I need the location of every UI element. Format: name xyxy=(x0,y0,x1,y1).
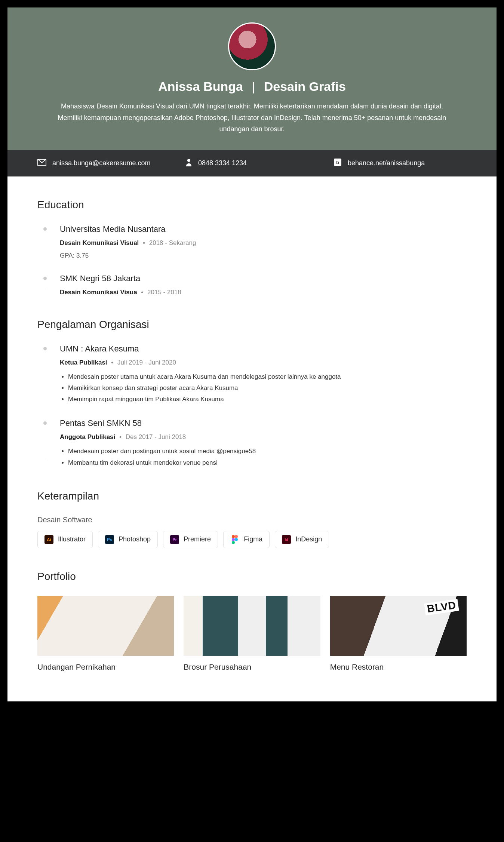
skill-chip: PrPremiere xyxy=(163,531,218,548)
program-line: Desain Komunikasi Visual • 2018 - Sekara… xyxy=(60,239,467,247)
skill-icon: Pr xyxy=(170,535,179,544)
resume-page: Anissa Bunga | Desain Grafis Mahasiswa D… xyxy=(7,7,497,701)
portfolio-caption: Undangan Pernikahan xyxy=(37,663,174,672)
school-name: SMK Negri 58 Jakarta xyxy=(60,274,467,283)
bullet: Mendesain poster dan postingan untuk sos… xyxy=(68,446,467,456)
bullet: Mendesain poster utama untuk acara Akara… xyxy=(68,372,467,382)
portfolio-caption: Brosur Perusahaan xyxy=(184,663,320,672)
experience-bullets: Mendesain poster utama untuk acara Akara… xyxy=(60,372,467,405)
portfolio-item: Brosur Perusahaan xyxy=(184,596,320,672)
person-role: Desain Grafis xyxy=(264,79,346,93)
svg-point-7 xyxy=(235,538,238,541)
education-title: Education xyxy=(37,199,467,211)
education-item: SMK Negri 58 JakartaDesain Komunikasi Vi… xyxy=(60,274,467,296)
portfolio-grid: Undangan PernikahanBrosur PerusahaanMenu… xyxy=(37,596,467,672)
person-name: Anissa Bunga xyxy=(158,79,243,93)
portfolio-image xyxy=(184,596,320,656)
education-section: Education Universitas Media NusantaraDes… xyxy=(37,199,467,296)
skill-chip: PsPhotoshop xyxy=(98,531,158,548)
skills-title: Keterampilan xyxy=(37,490,467,502)
behance-icon: b xyxy=(334,158,342,168)
experience-item: UMN : Akara KesumaKetua Publikasi • Juli… xyxy=(60,344,467,405)
skill-chip: IdInDesign xyxy=(275,531,329,548)
school-name: Universitas Media Nusantara xyxy=(60,224,467,234)
education-timeline: Universitas Media NusantaraDesain Komuni… xyxy=(37,224,467,296)
education-extra: GPA: 3.75 xyxy=(60,252,467,259)
program-line: Desain Komunikasi Visua • 2015 - 2018 xyxy=(60,289,467,296)
portfolio-image xyxy=(330,596,467,656)
skill-row: AiIllustratorPsPhotoshopPrPremiereFigmaI… xyxy=(37,531,467,548)
mail-icon xyxy=(37,159,46,168)
hero-title: Anissa Bunga | Desain Grafis xyxy=(30,79,474,94)
contact-phone: 0848 3334 1234 xyxy=(185,158,319,168)
person-icon xyxy=(185,158,192,168)
hero-summary: Mahasiswa Desain Komunikasi Visual dari … xyxy=(56,101,448,135)
skill-icon xyxy=(230,535,239,544)
skills-section: Keterampilan Desain Software AiIllustrat… xyxy=(37,490,467,548)
skill-icon: Ps xyxy=(105,535,114,544)
experience-section: Pengalaman Organisasi UMN : Akara Kesuma… xyxy=(37,319,467,468)
email-text: anissa.bunga@cakeresume.com xyxy=(52,159,150,167)
experience-item: Pentas Seni SMKN 58Anggota Publikasi • D… xyxy=(60,418,467,467)
skill-chip: Figma xyxy=(223,531,270,548)
experience-title: Pengalaman Organisasi xyxy=(37,319,467,331)
contact-email: anissa.bunga@cakeresume.com xyxy=(37,158,170,168)
contact-bar: anissa.bunga@cakeresume.com 0848 3334 12… xyxy=(7,150,497,176)
svg-point-4 xyxy=(232,535,235,538)
content: Education Universitas Media NusantaraDes… xyxy=(7,176,497,701)
experience-bullets: Mendesain poster dan postingan untuk sos… xyxy=(60,446,467,467)
avatar xyxy=(228,22,276,70)
title-separator: | xyxy=(252,79,255,93)
skill-chip: AiIllustrator xyxy=(37,531,93,548)
portfolio-item: Menu Restoran xyxy=(330,596,467,672)
svg-point-1 xyxy=(187,159,190,162)
bullet: Memimpin rapat mingguan tim Publikasi Ak… xyxy=(68,394,467,404)
hero: Anissa Bunga | Desain Grafis Mahasiswa D… xyxy=(7,7,497,150)
skill-label: InDesign xyxy=(295,535,322,543)
skill-label: Photoshop xyxy=(119,535,151,543)
skill-label: Figma xyxy=(244,535,262,543)
skill-label: Premiere xyxy=(184,535,211,543)
portfolio-item: Undangan Pernikahan xyxy=(37,596,174,672)
portfolio-caption: Menu Restoran xyxy=(330,663,467,672)
org-name: Pentas Seni SMKN 58 xyxy=(60,418,467,428)
role-line: Anggota Publikasi • Des 2017 - Juni 2018 xyxy=(60,433,467,441)
experience-timeline: UMN : Akara KesumaKetua Publikasi • Juli… xyxy=(37,344,467,468)
portfolio-title: Portfolio xyxy=(37,571,467,583)
skill-icon: Ai xyxy=(44,535,53,544)
svg-point-5 xyxy=(235,535,238,538)
skill-label: Illustrator xyxy=(58,535,86,543)
skill-icon: Id xyxy=(282,535,291,544)
svg-text:b: b xyxy=(336,160,339,165)
behance-text: behance.net/anissabunga xyxy=(348,159,425,167)
portfolio-image xyxy=(37,596,174,656)
svg-point-6 xyxy=(232,538,235,541)
bullet: Memikirkan konsep dan strategi poster ac… xyxy=(68,383,467,393)
role-line: Ketua Publikasi • Juli 2019 - Juni 2020 xyxy=(60,359,467,366)
bullet: Membantu tim dekorasi untuk mendekor ven… xyxy=(68,458,467,468)
skills-subheading: Desain Software xyxy=(37,516,467,524)
org-name: UMN : Akara Kesuma xyxy=(60,344,467,354)
svg-point-8 xyxy=(232,541,235,544)
education-item: Universitas Media NusantaraDesain Komuni… xyxy=(60,224,467,259)
phone-text: 0848 3334 1234 xyxy=(198,159,247,167)
portfolio-section: Portfolio Undangan PernikahanBrosur Peru… xyxy=(37,571,467,672)
contact-behance: b behance.net/anissabunga xyxy=(334,158,467,168)
